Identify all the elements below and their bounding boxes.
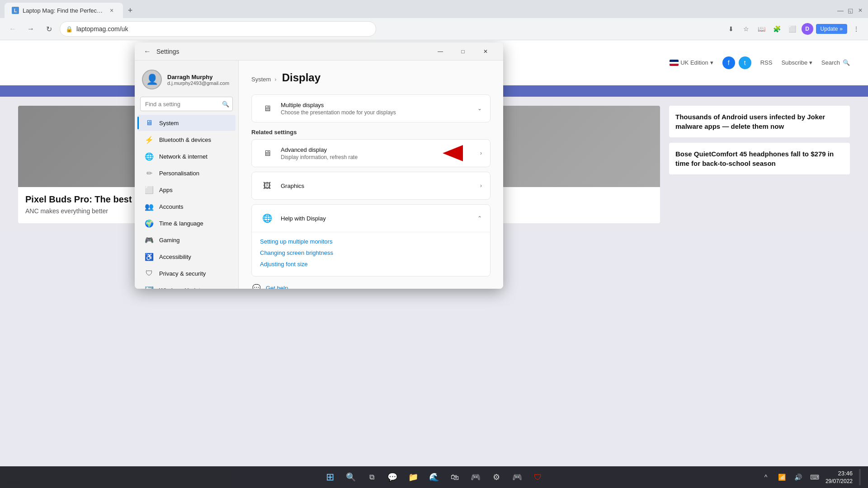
help-link-brightness[interactable]: Changing screen brightness: [260, 247, 482, 258]
breadcrumb-system[interactable]: System: [251, 76, 271, 83]
sidebar-item-system[interactable]: 🖥 System: [137, 115, 236, 131]
bottom-actions: 💬 Get help ✉ Give feedback: [251, 283, 491, 289]
reading-mode-button[interactable]: 📖: [755, 23, 768, 35]
news-item-2[interactable]: Bose QuietComfort 45 headphones fall to …: [669, 143, 850, 174]
update-button[interactable]: Update »: [816, 24, 847, 34]
user-avatar-icon: 👤: [146, 74, 158, 85]
tab-close-button[interactable]: ×: [108, 6, 116, 14]
time-display[interactable]: 23:46 29/07/2022: [826, 469, 853, 485]
lock-icon: 🔒: [66, 26, 73, 33]
taskbar-chevron-icon[interactable]: ^: [760, 471, 772, 483]
forward-button[interactable]: →: [24, 22, 38, 36]
news-title-1: Thousands of Android users infected by J…: [675, 112, 844, 131]
sidebar-item-gaming-label: Gaming: [159, 237, 180, 244]
settings-window-title: Settings: [156, 48, 179, 55]
multiple-displays-title: Multiple displays: [281, 102, 477, 108]
minimize-browser-button[interactable]: —: [836, 6, 844, 14]
sidebar-item-personalisation[interactable]: ✏ Personalisation: [137, 165, 236, 181]
start-button[interactable]: ⊞: [321, 468, 339, 486]
taskbar-explorer-button[interactable]: 📁: [404, 468, 422, 486]
sidebar-item-network[interactable]: 🌐 Network & internet: [137, 148, 236, 164]
graphics-title: Graphics: [281, 183, 480, 189]
taskbar-edge-button[interactable]: 🌊: [425, 468, 443, 486]
screenshot-button[interactable]: ⬇: [725, 23, 737, 35]
twitter-button[interactable]: t: [739, 56, 751, 69]
multiple-displays-card: 🖥 Multiple displays Choose the presentat…: [251, 94, 491, 122]
multiple-displays-row[interactable]: 🖥 Multiple displays Choose the presentat…: [252, 95, 490, 122]
help-links-expanded: Setting up multiple monitors Changing sc…: [252, 232, 490, 276]
taskbar-chat-button[interactable]: 💬: [383, 468, 401, 486]
navigation-bar: ← → ↻ 🔒 laptopmag.com/uk ⬇ ☆ 📖 🧩 ⬜ D Upd…: [0, 18, 868, 40]
sidebar-item-bluetooth-label: Bluetooth & devices: [159, 136, 211, 143]
task-view-button[interactable]: ⧉: [363, 468, 381, 486]
privacy-icon: 🛡: [145, 269, 154, 278]
related-settings-label: Related settings: [251, 129, 491, 136]
graphics-row[interactable]: 🖼 Graphics ›: [252, 172, 490, 199]
show-desktop-button[interactable]: [859, 469, 861, 485]
taskbar-steam-button[interactable]: 🎮: [508, 468, 526, 486]
uk-edition[interactable]: UK Edition ▾: [670, 59, 713, 66]
page-heading: System › Display: [251, 71, 491, 85]
taskbar-store-button[interactable]: 🛍: [446, 468, 464, 486]
sidebar-item-bluetooth[interactable]: ⚡ Bluetooth & devices: [137, 131, 236, 148]
address-bar[interactable]: 🔒 laptopmag.com/uk: [60, 21, 376, 37]
sidebar-item-privacy-label: Privacy & security: [159, 270, 206, 277]
sidebar-item-accounts[interactable]: 👥 Accounts: [137, 198, 236, 215]
sidebar-item-personalisation-label: Personalisation: [159, 170, 199, 177]
minimize-button[interactable]: —: [430, 45, 451, 58]
help-link-font[interactable]: Adjusting font size: [260, 258, 482, 270]
sidebar-item-accessibility[interactable]: ♿ Accessibility: [137, 249, 236, 265]
taskbar: ⊞ 🔍 ⧉ 💬 📁 🌊 🛍 🎮 ⚙ 🎮 🛡 ^ 📶 🔊 ⌨ 23:46 29/0…: [0, 466, 868, 488]
get-help-label: Get help: [266, 285, 288, 289]
taskbar-volume-icon[interactable]: 🔊: [792, 471, 805, 483]
url-text: laptopmag.com/uk: [76, 25, 128, 33]
maximize-button[interactable]: □: [453, 45, 473, 58]
rss-link[interactable]: RSS: [760, 59, 773, 66]
close-button[interactable]: ✕: [475, 45, 496, 58]
windows-update-icon: 🔄: [145, 286, 154, 289]
settings-search-input[interactable]: [140, 97, 233, 111]
help-link-monitors[interactable]: Setting up multiple monitors: [260, 236, 482, 247]
taskbar-settings-button[interactable]: ⚙: [487, 468, 505, 486]
user-name: Darragh Murphy: [167, 74, 231, 80]
sidebar-item-apps-label: Apps: [159, 187, 173, 193]
subscribe-button[interactable]: Subscribe ▾: [781, 59, 812, 66]
refresh-button[interactable]: ↻: [42, 22, 56, 36]
sidebar-item-windows-update[interactable]: 🔄 Windows Update: [137, 282, 236, 289]
active-tab[interactable]: L Laptop Mag: Find the Perfect La... ×: [5, 3, 123, 18]
help-display-row[interactable]: 🌐 Help with Display ⌃: [252, 205, 490, 232]
extensions-button[interactable]: 🧩: [771, 23, 783, 35]
search-area[interactable]: Search 🔍: [821, 59, 850, 66]
split-screen-button[interactable]: ⬜: [786, 23, 799, 35]
sidebar-item-accessibility-label: Accessibility: [159, 253, 191, 260]
advanced-display-chevron: ›: [480, 150, 482, 156]
system-icon: 🖥: [145, 118, 154, 127]
restore-browser-button[interactable]: ◱: [846, 6, 854, 14]
taskbar-antivirus-button[interactable]: 🛡: [529, 468, 547, 486]
sidebar-item-apps[interactable]: ⬜ Apps: [137, 182, 236, 198]
taskbar-xbox-button[interactable]: 🎮: [467, 468, 485, 486]
get-help-action[interactable]: 💬 Get help: [251, 283, 491, 289]
advanced-display-row[interactable]: 🖥 Advanced display Display information, …: [252, 140, 490, 167]
settings-back-button[interactable]: ←: [142, 46, 153, 57]
menu-button[interactable]: ⋮: [850, 23, 863, 35]
news-item-1[interactable]: Thousands of Android users infected by J…: [669, 106, 850, 137]
taskbar-search-button[interactable]: 🔍: [342, 468, 360, 486]
accessibility-icon: ♿: [145, 252, 154, 261]
sidebar-item-gaming[interactable]: 🎮 Gaming: [137, 232, 236, 248]
sidebar-item-time[interactable]: 🌍 Time & language: [137, 215, 236, 231]
taskbar-network-icon[interactable]: 📶: [776, 471, 788, 483]
new-tab-button[interactable]: +: [124, 4, 137, 17]
multiple-displays-subtitle: Choose the presentation mode for your di…: [281, 109, 477, 116]
profile-avatar[interactable]: D: [802, 23, 813, 35]
back-button[interactable]: ←: [5, 22, 20, 36]
sidebar-item-privacy[interactable]: 🛡 Privacy & security: [137, 265, 236, 282]
user-email: d.j.murphy2493@gmail.com: [167, 80, 231, 86]
facebook-button[interactable]: f: [722, 56, 735, 69]
close-browser-button[interactable]: ✕: [856, 6, 864, 14]
bookmark-button[interactable]: ☆: [740, 23, 753, 35]
taskbar-keyboard-icon[interactable]: ⌨: [808, 471, 821, 483]
user-profile[interactable]: 👤 Darragh Murphy d.j.murphy2493@gmail.co…: [135, 66, 238, 97]
uk-flag-icon: [670, 60, 679, 66]
settings-window: ← Settings — □ ✕ 👤 Darragh Murphy d.j.: [135, 42, 503, 289]
